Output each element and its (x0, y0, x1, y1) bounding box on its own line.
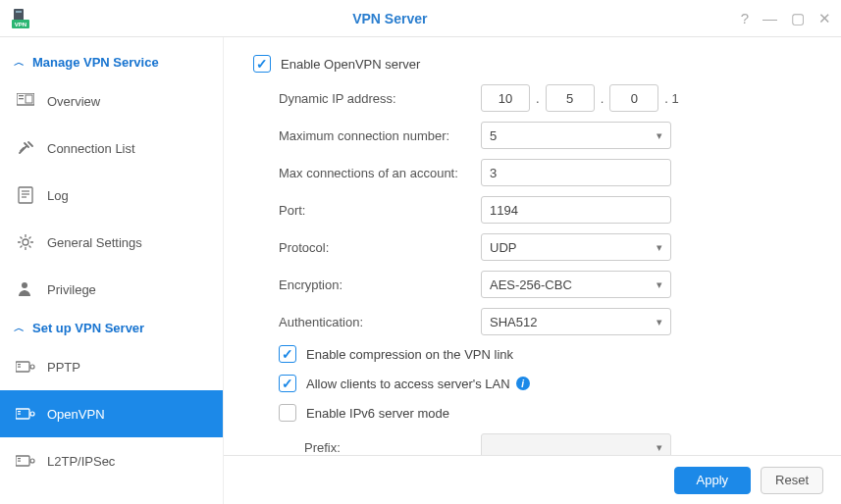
ipv6-label: Enable IPv6 server mode (306, 406, 449, 421)
max-conn-select[interactable]: 5 (481, 122, 671, 149)
auth-label: Authentication: (279, 315, 481, 329)
window-controls: ? — ▢ ✕ (741, 10, 831, 27)
port-input[interactable] (481, 196, 671, 224)
max-acct-input[interactable] (481, 159, 671, 186)
main-content: Enable OpenVPN server Dynamic IP address… (224, 37, 841, 455)
log-icon (14, 185, 37, 205)
svg-point-21 (30, 412, 34, 416)
sidebar-label: General Settings (47, 235, 142, 250)
max-acct-label: Max connections of an account: (279, 166, 481, 180)
sidebar-item-connection-list[interactable]: Connection List (0, 125, 223, 172)
sidebar-item-general-settings[interactable]: General Settings (0, 219, 223, 266)
ip-suffix: . 1 (664, 91, 678, 106)
section-setup[interactable]: ︿ Set up VPN Server (0, 313, 223, 343)
window-title: VPN Server (39, 11, 741, 26)
sidebar-item-overview[interactable]: Overview (0, 77, 223, 125)
dynamic-ip-label: Dynamic IP address: (279, 91, 481, 106)
gear-icon (14, 232, 37, 252)
sidebar-label: Privilege (47, 282, 96, 297)
svg-rect-7 (26, 95, 32, 103)
help-icon[interactable]: ? (741, 10, 749, 27)
svg-point-12 (23, 239, 28, 245)
protocol-select[interactable]: UDP (481, 233, 671, 261)
footer: Apply Reset (224, 455, 841, 504)
section-label: Manage VPN Service (32, 55, 159, 70)
svg-rect-5 (19, 95, 24, 96)
svg-rect-16 (18, 367, 21, 368)
ip-octet-1[interactable] (481, 84, 530, 112)
svg-point-17 (30, 365, 34, 369)
maximize-icon[interactable]: ▢ (791, 10, 805, 27)
app-icon: VPN (10, 8, 31, 29)
compression-checkbox[interactable] (279, 345, 296, 363)
svg-text:VPN: VPN (15, 22, 26, 27)
svg-rect-6 (19, 98, 24, 99)
lan-access-checkbox[interactable] (279, 375, 296, 392)
sidebar-label: OpenVPN (47, 407, 105, 422)
overview-icon (14, 91, 37, 111)
port-label: Port: (279, 203, 481, 218)
sidebar-item-privilege[interactable]: Privilege (0, 266, 223, 313)
svg-rect-8 (19, 187, 32, 203)
section-manage[interactable]: ︿ Manage VPN Service (0, 47, 223, 77)
ip-octet-3[interactable] (609, 84, 658, 112)
sidebar-item-log[interactable]: Log (0, 172, 223, 219)
sidebar-label: L2TP/IPSec (47, 454, 115, 469)
svg-rect-23 (18, 458, 21, 459)
ip-dot: . (601, 91, 604, 106)
close-icon[interactable]: ✕ (818, 10, 831, 27)
encryption-label: Encryption: (279, 277, 481, 292)
lan-access-label: Allow clients to access server's LAN (306, 377, 510, 391)
sidebar: ︿ Manage VPN Service Overview Connection… (0, 37, 224, 504)
svg-point-25 (30, 459, 34, 463)
ip-octet-2[interactable] (546, 84, 595, 112)
svg-rect-24 (18, 461, 21, 462)
protocol-label: Protocol: (279, 240, 481, 255)
server-icon (14, 451, 37, 471)
server-icon (14, 404, 37, 424)
svg-rect-1 (16, 11, 22, 13)
enable-openvpn-checkbox[interactable] (253, 55, 271, 73)
encryption-select[interactable]: AES-256-CBC (481, 271, 671, 298)
reset-button[interactable]: Reset (761, 467, 823, 494)
person-icon (14, 279, 37, 299)
titlebar: VPN VPN Server ? — ▢ ✕ (0, 0, 841, 37)
info-icon[interactable]: i (516, 377, 530, 390)
chevron-up-icon: ︿ (14, 321, 25, 335)
svg-rect-15 (18, 364, 21, 365)
svg-point-13 (22, 282, 27, 288)
sidebar-item-l2tp[interactable]: L2TP/IPSec (0, 437, 223, 484)
section-label: Set up VPN Server (32, 321, 144, 335)
enable-openvpn-label: Enable OpenVPN server (281, 57, 420, 72)
max-conn-label: Maximum connection number: (279, 128, 481, 143)
sidebar-label: Overview (47, 94, 100, 109)
server-icon (14, 357, 37, 377)
minimize-icon[interactable]: — (762, 10, 777, 27)
sidebar-label: Connection List (47, 141, 135, 156)
svg-rect-19 (18, 411, 21, 412)
auth-select[interactable]: SHA512 (481, 308, 671, 335)
ip-dot: . (536, 91, 540, 106)
compression-label: Enable compression on the VPN link (306, 347, 513, 362)
prefix-select (481, 433, 671, 455)
prefix-label: Prefix: (279, 440, 481, 455)
svg-rect-20 (18, 414, 21, 415)
sidebar-label: PPTP (47, 360, 80, 375)
sidebar-item-openvpn[interactable]: OpenVPN (0, 390, 223, 437)
chevron-up-icon: ︿ (14, 55, 25, 70)
apply-button[interactable]: Apply (674, 467, 752, 494)
connection-icon (14, 138, 37, 158)
sidebar-item-pptp[interactable]: PPTP (0, 343, 223, 390)
sidebar-label: Log (47, 188, 69, 203)
ipv6-checkbox[interactable] (279, 404, 296, 422)
